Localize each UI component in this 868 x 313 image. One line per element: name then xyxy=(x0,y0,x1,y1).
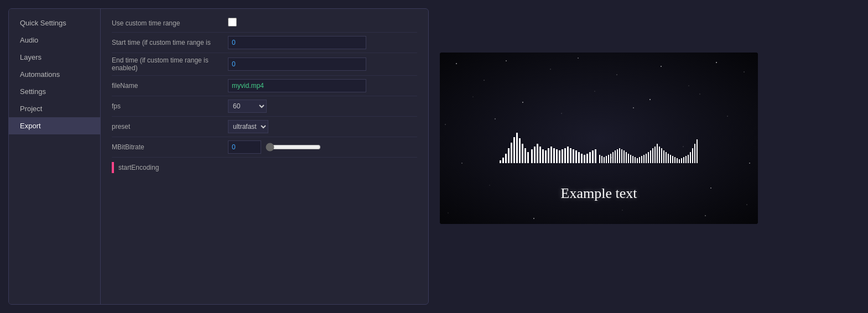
bitrate-slider[interactable] xyxy=(266,143,321,152)
start-time-control xyxy=(228,36,417,49)
preview-canvas: Example text xyxy=(440,53,758,224)
svg-rect-54 xyxy=(556,149,558,163)
svg-rect-61 xyxy=(575,150,577,163)
sidebar-item-audio[interactable]: Audio xyxy=(9,32,100,49)
start-encoding-indicator xyxy=(112,162,114,173)
sidebar-item-settings[interactable]: Settings xyxy=(9,83,100,100)
svg-point-9 xyxy=(744,72,745,72)
svg-rect-97 xyxy=(661,148,662,163)
svg-rect-39 xyxy=(513,137,515,163)
svg-rect-57 xyxy=(564,148,566,163)
svg-rect-77 xyxy=(617,149,618,163)
svg-rect-46 xyxy=(534,147,536,163)
svg-rect-107 xyxy=(683,157,684,163)
svg-rect-62 xyxy=(578,152,580,163)
bitrate-label: MBitBitrate xyxy=(112,143,228,151)
svg-point-6 xyxy=(661,66,662,67)
svg-rect-73 xyxy=(608,155,609,163)
svg-rect-45 xyxy=(531,149,533,163)
svg-rect-56 xyxy=(562,149,563,163)
filename-input[interactable] xyxy=(228,79,366,92)
preset-control: ultrafast fast medium slow xyxy=(228,120,417,133)
end-time-input[interactable] xyxy=(228,58,366,71)
svg-rect-66 xyxy=(589,152,591,163)
svg-rect-49 xyxy=(542,149,544,163)
svg-rect-94 xyxy=(654,147,656,163)
svg-point-18 xyxy=(633,107,634,108)
svg-rect-100 xyxy=(668,154,669,163)
custom-time-range-control xyxy=(228,18,417,28)
svg-rect-55 xyxy=(559,150,560,163)
svg-rect-103 xyxy=(674,157,675,163)
svg-point-31 xyxy=(622,210,623,211)
svg-point-19 xyxy=(727,116,728,117)
svg-rect-102 xyxy=(672,156,673,163)
svg-rect-106 xyxy=(681,158,682,163)
start-time-input[interactable] xyxy=(228,36,366,49)
svg-point-11 xyxy=(522,102,523,103)
svg-rect-42 xyxy=(522,144,523,163)
svg-rect-98 xyxy=(663,150,664,163)
preset-select[interactable]: ultrafast fast medium slow xyxy=(228,120,268,133)
svg-rect-101 xyxy=(670,155,671,163)
fps-select[interactable]: 30 60 120 xyxy=(228,100,267,113)
svg-rect-109 xyxy=(688,155,689,163)
svg-rect-82 xyxy=(628,154,629,163)
filename-label: fileName xyxy=(112,82,228,90)
sidebar-item-project[interactable]: Project xyxy=(9,100,100,117)
svg-rect-83 xyxy=(630,155,631,163)
sidebar-item-layers[interactable]: Layers xyxy=(9,49,100,66)
svg-rect-65 xyxy=(586,154,588,163)
svg-point-7 xyxy=(689,86,689,86)
svg-rect-92 xyxy=(650,150,651,163)
custom-time-range-checkbox[interactable] xyxy=(228,18,237,27)
svg-point-32 xyxy=(705,215,706,216)
sidebar-item-quick-settings[interactable]: Quick Settings xyxy=(9,14,100,32)
start-time-row: Start time (if custom time range is xyxy=(112,36,417,53)
svg-rect-53 xyxy=(553,148,555,163)
svg-point-1 xyxy=(484,80,485,81)
svg-point-30 xyxy=(533,218,534,219)
svg-rect-87 xyxy=(639,157,640,163)
svg-rect-76 xyxy=(615,150,616,163)
svg-rect-40 xyxy=(516,133,518,163)
end-time-control xyxy=(228,58,417,71)
fps-row: fps 30 60 120 xyxy=(112,100,417,117)
svg-rect-112 xyxy=(694,144,695,163)
sidebar-item-automations[interactable]: Automations xyxy=(9,66,100,83)
sidebar-item-export[interactable]: Export xyxy=(9,117,100,134)
svg-point-33 xyxy=(747,205,747,205)
svg-rect-75 xyxy=(612,152,614,163)
svg-rect-64 xyxy=(584,155,585,163)
bitrate-row: MBitBitrate xyxy=(112,140,417,158)
svg-rect-88 xyxy=(641,156,642,163)
preset-label: preset xyxy=(112,123,228,131)
start-encoding-row: startEncoding xyxy=(112,162,417,173)
svg-point-28 xyxy=(710,187,711,189)
main-panel: Quick Settings Audio Layers Automations … xyxy=(8,8,429,305)
preview-panel: Example text xyxy=(440,53,758,224)
preview-example-text: Example text xyxy=(561,185,637,202)
svg-rect-108 xyxy=(685,156,687,163)
bitrate-number-input[interactable] xyxy=(228,140,261,154)
svg-rect-113 xyxy=(697,139,698,163)
svg-point-14 xyxy=(700,94,700,95)
svg-rect-36 xyxy=(505,154,507,163)
svg-rect-71 xyxy=(604,157,605,163)
svg-rect-95 xyxy=(657,144,658,163)
svg-rect-38 xyxy=(511,143,512,163)
svg-rect-68 xyxy=(595,149,596,163)
svg-rect-47 xyxy=(537,144,538,163)
svg-rect-90 xyxy=(646,154,647,163)
svg-rect-96 xyxy=(659,147,660,163)
svg-rect-105 xyxy=(679,159,680,163)
fps-label: fps xyxy=(112,102,228,110)
svg-rect-69 xyxy=(599,155,600,163)
svg-rect-74 xyxy=(610,154,611,163)
svg-rect-93 xyxy=(652,148,653,163)
custom-time-range-label: Use custom time range xyxy=(112,19,228,27)
svg-point-20 xyxy=(461,163,462,164)
export-content: Use custom time range Start time (if cus… xyxy=(101,9,428,304)
sidebar: Quick Settings Audio Layers Automations … xyxy=(9,9,100,304)
svg-rect-86 xyxy=(637,158,638,163)
